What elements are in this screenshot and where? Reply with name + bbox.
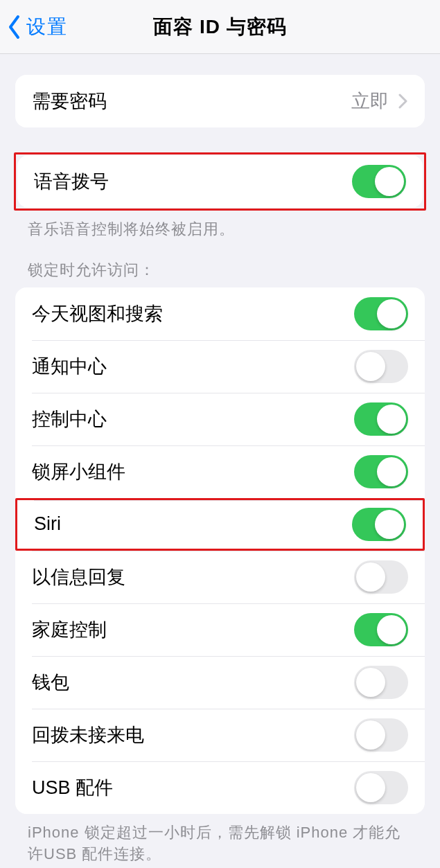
back-button[interactable]: 设置 (0, 0, 68, 53)
lock-access-toggle[interactable] (354, 613, 408, 646)
lock-access-row: 以信息回复 (15, 551, 425, 603)
toggle-knob (356, 668, 385, 697)
lock-access-item-label: 通知中心 (32, 354, 354, 379)
lock-access-item-label: USB 配件 (32, 775, 354, 800)
voice-dial-footer: 音乐语音控制将始终被启用。 (0, 211, 440, 240)
lock-access-row: 锁屏小组件 (15, 445, 425, 498)
lock-access-item-label: 回拨未接来电 (32, 723, 354, 747)
lock-access-row: Siri (15, 498, 425, 551)
toggle-knob (377, 405, 406, 434)
lock-access-toggle[interactable] (354, 402, 408, 436)
lock-access-footer: iPhone 锁定超过一小时后，需先解锁 iPhone 才能允许USB 配件连接… (0, 814, 440, 865)
lock-access-item-label: 以信息回复 (32, 565, 354, 590)
lock-access-row: USB 配件 (15, 761, 425, 814)
lock-access-toggle[interactable] (354, 455, 408, 488)
lock-access-item-label: 家庭控制 (32, 617, 354, 642)
lock-access-item-label: 控制中心 (32, 407, 354, 432)
navigation-bar: 设置 面容 ID 与密码 (0, 0, 440, 54)
lock-access-row: 家庭控制 (15, 603, 425, 656)
lock-access-item-label: 锁屏小组件 (32, 459, 354, 484)
lock-access-item-label: 今天视图和搜索 (32, 301, 354, 326)
chevron-right-icon (398, 94, 408, 109)
require-passcode-label: 需要密码 (32, 89, 351, 114)
lock-access-toggle[interactable] (354, 350, 408, 383)
toggle-knob (377, 299, 406, 328)
lock-access-toggle[interactable] (354, 560, 408, 594)
require-passcode-value: 立即 (351, 89, 389, 114)
toggle-knob (356, 352, 385, 381)
toggle-knob (356, 773, 385, 802)
page-title: 面容 ID 与密码 (153, 14, 287, 40)
lock-access-header: 锁定时允许访问： (0, 260, 440, 287)
toggle-knob (356, 720, 385, 750)
toggle-knob (356, 563, 385, 592)
lock-access-row: 回拨未接来电 (15, 709, 425, 761)
lock-access-toggle[interactable] (352, 508, 406, 541)
lock-access-row: 钱包 (15, 656, 425, 709)
lock-access-group: 锁定时允许访问： 今天视图和搜索通知中心控制中心锁屏小组件Siri以信息回复家庭… (0, 260, 440, 865)
toggle-knob (375, 510, 404, 539)
require-passcode-row[interactable]: 需要密码 立即 (15, 75, 425, 127)
lock-access-toggle[interactable] (354, 666, 408, 699)
lock-access-toggle[interactable] (354, 771, 408, 804)
lock-access-row: 控制中心 (15, 393, 425, 445)
back-label: 设置 (26, 14, 68, 40)
highlight-voice-dial: 语音拨号 (14, 152, 426, 211)
lock-access-toggle[interactable] (354, 718, 408, 752)
voice-dial-group: 语音拨号 音乐语音控制将始终被启用。 (0, 152, 440, 240)
voice-dial-label: 语音拨号 (34, 169, 352, 194)
voice-dial-row: 语音拨号 (17, 155, 423, 208)
lock-access-item-label: Siri (34, 513, 352, 535)
lock-access-toggle[interactable] (354, 297, 408, 330)
toggle-knob (377, 615, 406, 644)
chevron-left-icon (7, 15, 22, 39)
require-passcode-group: 需要密码 立即 (0, 75, 440, 127)
lock-access-row: 今天视图和搜索 (15, 287, 425, 340)
voice-dial-toggle[interactable] (352, 165, 406, 198)
toggle-knob (375, 167, 404, 196)
lock-access-item-label: 钱包 (32, 670, 354, 695)
toggle-knob (377, 457, 406, 486)
lock-access-row: 通知中心 (15, 340, 425, 393)
